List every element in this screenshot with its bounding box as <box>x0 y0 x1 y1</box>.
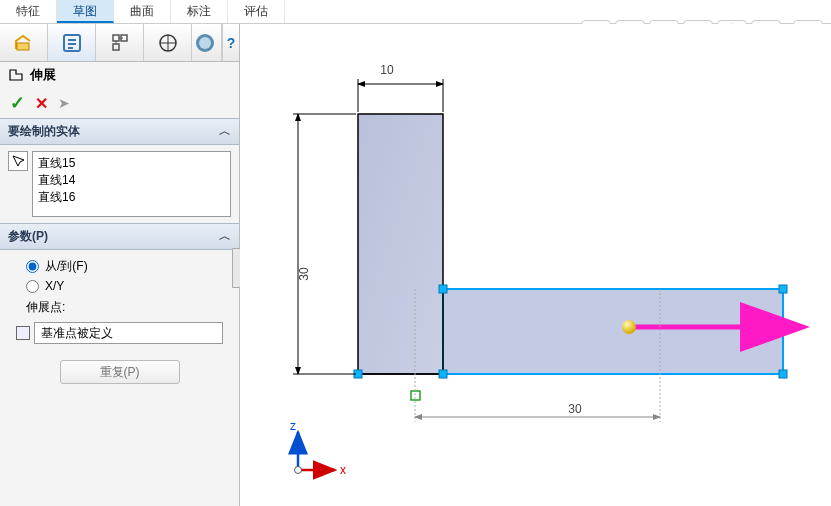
radio-xy-input[interactable] <box>26 280 39 293</box>
selected-region[interactable] <box>443 289 783 374</box>
feature-header: 伸展 <box>0 62 239 88</box>
svg-rect-8 <box>113 44 119 50</box>
params-body: 从/到(F) X/Y 伸展点: 重复(P) <box>0 250 239 390</box>
extend-icon <box>8 67 24 83</box>
ok-button[interactable]: ✓ <box>10 92 25 114</box>
tab-annotate[interactable]: 标注 <box>171 0 228 23</box>
feature-title: 伸展 <box>30 66 56 84</box>
extend-point-label: 伸展点: <box>8 295 231 320</box>
dimension-value-bottom[interactable]: 30 <box>568 402 582 416</box>
axis-x-label: x <box>340 463 346 477</box>
tab-features[interactable]: 特征 <box>0 0 57 23</box>
radio-xy-label: X/Y <box>45 279 64 293</box>
config-tab[interactable] <box>96 24 144 61</box>
repeat-button[interactable]: 重复(P) <box>60 360 180 384</box>
radio-fromto[interactable]: 从/到(F) <box>8 256 231 277</box>
svg-point-20 <box>295 467 302 474</box>
radio-xy[interactable]: X/Y <box>8 277 231 295</box>
select-entity-button[interactable] <box>8 151 28 171</box>
graphics-area[interactable]: 10 30 30 x z <box>240 24 831 506</box>
list-item[interactable]: 直线14 <box>38 172 225 189</box>
radio-fromto-label: 从/到(F) <box>45 258 88 275</box>
drag-handle-ball[interactable] <box>622 320 636 334</box>
datum-field[interactable] <box>34 322 223 344</box>
dimension-value-top[interactable]: 10 <box>380 63 394 77</box>
params-section-title: 参数(P) <box>8 228 48 245</box>
selection-handle[interactable] <box>779 370 787 378</box>
feature-tree-tab[interactable] <box>0 24 48 61</box>
tab-sketch[interactable]: 草图 <box>57 0 114 23</box>
entities-list[interactable]: 直线15 直线14 直线16 <box>32 151 231 217</box>
command-row: ✓ ✕ ➤ <box>0 88 239 118</box>
sketch-region-left[interactable] <box>358 114 443 374</box>
cancel-button[interactable]: ✕ <box>35 94 48 113</box>
more-tab[interactable] <box>192 24 222 61</box>
selection-handle[interactable] <box>779 285 787 293</box>
axis-z-label: z <box>290 419 296 433</box>
list-item[interactable]: 直线16 <box>38 189 225 206</box>
entities-section-title: 要绘制的实体 <box>8 123 80 140</box>
tab-evaluate[interactable]: 评估 <box>228 0 285 23</box>
dimension-value-left[interactable]: 30 <box>297 267 311 281</box>
chevron-up-icon: ︿ <box>219 228 231 245</box>
dimxpert-tab[interactable] <box>144 24 192 61</box>
panel-subtabs: ? <box>0 24 239 62</box>
property-manager: ? 伸展 ✓ ✕ ➤ 要绘制的实体 ︿ 直线15 直线14 直线16 参数(P)… <box>0 24 240 506</box>
property-tab[interactable] <box>48 24 96 61</box>
entities-section-header[interactable]: 要绘制的实体 ︿ <box>0 118 239 145</box>
datum-row <box>8 320 231 346</box>
datum-pick-button[interactable] <box>16 326 30 340</box>
selection-handle[interactable] <box>439 370 447 378</box>
pin-button[interactable]: ➤ <box>58 95 70 111</box>
axis-triad[interactable]: x z <box>280 418 350 488</box>
svg-rect-6 <box>113 35 119 41</box>
svg-point-11 <box>199 37 211 49</box>
list-item[interactable]: 直线15 <box>38 155 225 172</box>
chevron-up-icon: ︿ <box>219 123 231 140</box>
help-icon[interactable]: ? <box>222 24 239 61</box>
entities-box: 直线15 直线14 直线16 <box>8 151 231 217</box>
tab-surface[interactable]: 曲面 <box>114 0 171 23</box>
selection-handle[interactable] <box>439 285 447 293</box>
svg-rect-4 <box>17 43 29 50</box>
radio-fromto-input[interactable] <box>26 260 39 273</box>
params-section-header[interactable]: 参数(P) ︿ <box>0 223 239 250</box>
